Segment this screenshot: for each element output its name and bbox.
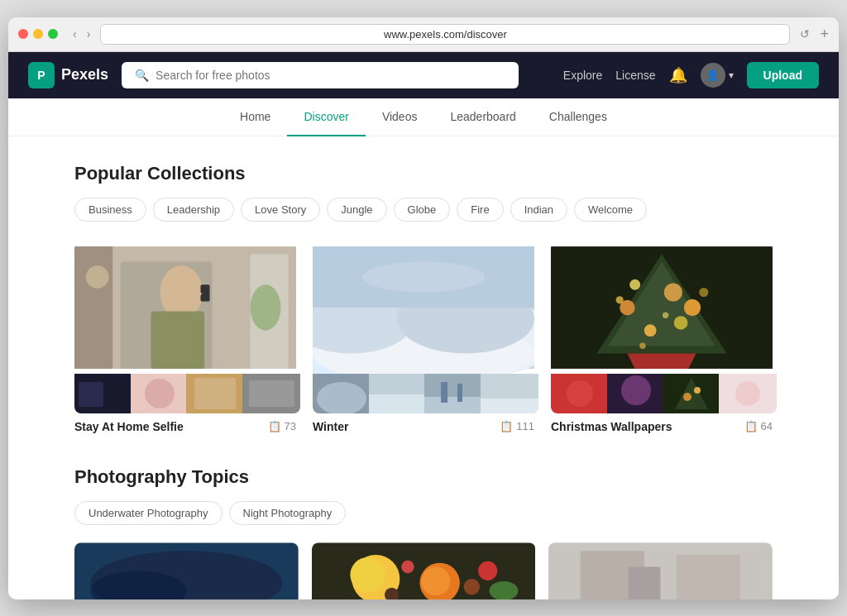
nav-arrows: ‹ › — [69, 26, 93, 41]
tab-home[interactable]: Home — [223, 98, 287, 136]
collection-main-image-winter — [313, 241, 534, 374]
license-link[interactable]: License — [615, 69, 655, 82]
logo-icon: P — [28, 62, 55, 88]
svg-rect-32 — [441, 382, 447, 403]
tag-indian[interactable]: Indian — [510, 198, 567, 222]
chevron-down-icon: ▾ — [729, 69, 734, 81]
svg-point-44 — [684, 298, 701, 315]
svg-marker-49 — [627, 353, 696, 368]
svg-point-7 — [251, 284, 281, 330]
tag-business[interactable]: Business — [74, 198, 146, 222]
header-nav: Explore License 🔔 👤 ▾ Upload — [563, 62, 819, 88]
christmas-thumb-2 — [607, 374, 665, 413]
tag-globe[interactable]: Globe — [394, 198, 451, 222]
tag-jungle[interactable]: Jungle — [327, 198, 386, 222]
collection-info-christmas: Christmas Wallpapers 📋 64 — [551, 420, 773, 433]
topics-tags-row: Underwater Photography Night Photography — [74, 501, 773, 525]
logo-area[interactable]: P Pexels — [28, 62, 108, 88]
tab-leaderboard[interactable]: Leaderboard — [433, 98, 532, 136]
winter-thumb-1 — [313, 374, 371, 413]
svg-point-2 — [160, 265, 203, 319]
svg-point-70 — [463, 579, 479, 595]
collection-count: 📋 73 — [268, 420, 296, 432]
svg-rect-4 — [200, 284, 209, 301]
tag-love-story[interactable]: Love Story — [241, 198, 320, 222]
collection-info: Stay At Home Selfie 📋 73 — [74, 420, 296, 433]
tag-underwater-photography[interactable]: Underwater Photography — [74, 501, 223, 525]
collection-stay-at-home-selfie[interactable]: Stay At Home Selfie 📋 73 — [74, 241, 296, 433]
collection-christmas[interactable]: Christmas Wallpapers 📋 64 — [551, 241, 773, 433]
svg-point-42 — [674, 316, 688, 330]
address-bar[interactable]: www.pexels.com/discover — [100, 24, 790, 45]
collections-grid: Stay At Home Selfie 📋 73 — [74, 241, 773, 433]
svg-point-40 — [664, 283, 682, 301]
reload-button[interactable]: ↺ — [800, 27, 810, 41]
collection-count-winter: 📋 111 — [500, 420, 534, 432]
tag-leadership[interactable]: Leadership — [153, 198, 234, 222]
svg-point-66 — [350, 556, 385, 592]
svg-point-25 — [362, 261, 485, 292]
svg-rect-77 — [677, 555, 740, 599]
browser-window: ‹ › www.pexels.com/discover ↺ + P Pexels… — [8, 17, 839, 599]
photography-topics-section: Photography Topics Underwater Photograph… — [74, 466, 773, 599]
search-input[interactable] — [156, 69, 505, 82]
svg-rect-33 — [457, 384, 462, 402]
svg-point-13 — [145, 379, 175, 408]
minimize-window-button[interactable] — [33, 29, 43, 39]
svg-rect-35 — [481, 399, 538, 413]
bottom-photo-food[interactable] — [312, 542, 536, 599]
winter-thumb-2 — [369, 374, 427, 413]
svg-rect-15 — [194, 378, 236, 409]
tab-challenges[interactable]: Challenges — [533, 98, 624, 136]
browser-chrome: ‹ › www.pexels.com/discover ↺ + — [8, 17, 839, 52]
new-tab-button[interactable]: + — [820, 26, 829, 43]
tag-welcome[interactable]: Welcome — [574, 198, 647, 222]
svg-rect-31 — [424, 397, 482, 413]
svg-point-59 — [735, 381, 760, 406]
thumb-3 — [186, 374, 244, 413]
user-menu[interactable]: 👤 ▾ — [701, 63, 734, 88]
popular-collections-title: Popular Collections — [74, 163, 773, 184]
notification-icon[interactable]: 🔔 — [669, 66, 687, 84]
collection-icon-christmas: 📋 — [744, 420, 758, 432]
close-window-button[interactable] — [18, 29, 28, 39]
tag-night-photography[interactable]: Night Photography — [229, 501, 347, 525]
explore-link[interactable]: Explore — [563, 69, 602, 82]
svg-rect-17 — [249, 380, 294, 407]
maximize-window-button[interactable] — [48, 29, 58, 39]
collection-thumb-row — [74, 374, 296, 413]
collection-winter[interactable]: Winter 📋 111 — [313, 241, 534, 433]
back-button[interactable]: ‹ — [69, 26, 80, 41]
thumb-4 — [242, 374, 300, 413]
svg-rect-11 — [79, 382, 103, 407]
svg-rect-3 — [151, 311, 204, 368]
christmas-thumb-1 — [551, 374, 609, 413]
christmas-thumb-3 — [663, 374, 720, 413]
svg-point-51 — [567, 380, 593, 407]
tab-discover[interactable]: Discover — [287, 98, 365, 136]
thumb-2 — [131, 374, 189, 413]
svg-point-46 — [663, 312, 668, 318]
traffic-lights — [18, 29, 58, 39]
site-header: P Pexels 🔍 Explore License 🔔 👤 ▾ Upload — [8, 52, 839, 98]
search-bar[interactable]: 🔍 — [122, 62, 519, 88]
collection-name-winter: Winter — [313, 420, 348, 433]
svg-point-48 — [639, 342, 645, 348]
tag-fire[interactable]: Fire — [457, 198, 503, 222]
bottom-photo-ocean[interactable] — [74, 542, 299, 599]
forward-button[interactable]: › — [84, 26, 94, 41]
svg-point-68 — [421, 566, 450, 595]
upload-button[interactable]: Upload — [747, 62, 819, 88]
svg-point-47 — [699, 287, 708, 296]
bottom-photo-city[interactable] — [548, 542, 773, 599]
photography-topics-title: Photography Topics — [74, 466, 773, 488]
main-nav: Home Discover Videos Leaderboard Challen… — [8, 98, 839, 136]
tab-videos[interactable]: Videos — [366, 98, 434, 136]
thumb-1 — [74, 374, 132, 413]
bottom-photos-row — [74, 542, 773, 599]
winter-thumb-4 — [481, 374, 538, 413]
collection-thumb-row-christmas — [551, 374, 773, 413]
svg-rect-8 — [74, 246, 112, 369]
search-icon: 🔍 — [135, 69, 149, 82]
winter-thumb-3 — [424, 374, 482, 413]
